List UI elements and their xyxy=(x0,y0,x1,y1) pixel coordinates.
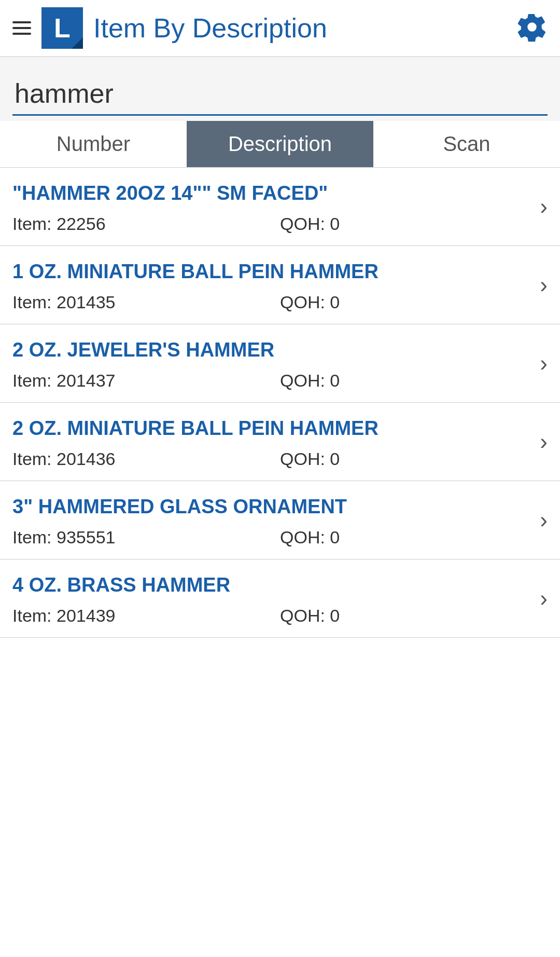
results-list: "HAMMER 20OZ 14"" SM FACED" Item: 22256 … xyxy=(0,168,560,638)
item-details: Item: 201436 QOH: 0 xyxy=(12,449,548,469)
list-item[interactable]: 3" HAMMERED GLASS ORNAMENT Item: 935551 … xyxy=(0,481,560,559)
item-number: Item: 201435 xyxy=(12,292,280,312)
chevron-right-icon: › xyxy=(540,507,548,533)
item-description: 3" HAMMERED GLASS ORNAMENT xyxy=(12,496,548,518)
item-details: Item: 201435 QOH: 0 xyxy=(12,292,548,312)
item-details: Item: 22256 QOH: 0 xyxy=(12,214,548,234)
tab-bar: Number Description Scan xyxy=(0,121,560,168)
page-title: Item By Description xyxy=(93,12,516,44)
chevron-right-icon: › xyxy=(540,272,548,298)
item-details: Item: 935551 QOH: 0 xyxy=(12,527,548,548)
item-details: Item: 201437 QOH: 0 xyxy=(12,371,548,391)
item-description: 4 OZ. BRASS HAMMER xyxy=(12,574,548,596)
item-qoh: QOH: 0 xyxy=(280,606,548,626)
item-description: 2 OZ. MINIATURE BALL PEIN HAMMER xyxy=(12,417,548,440)
chevron-right-icon: › xyxy=(540,585,548,611)
list-item[interactable]: 1 OZ. MINIATURE BALL PEIN HAMMER Item: 2… xyxy=(0,246,560,324)
chevron-right-icon: › xyxy=(540,350,548,376)
search-area xyxy=(0,57,560,121)
item-number: Item: 201437 xyxy=(12,371,280,391)
chevron-right-icon: › xyxy=(540,429,548,455)
item-description: 1 OZ. MINIATURE BALL PEIN HAMMER xyxy=(12,261,548,283)
list-item[interactable]: 2 OZ. JEWELER'S HAMMER Item: 201437 QOH:… xyxy=(0,324,560,403)
item-qoh: QOH: 0 xyxy=(280,527,548,548)
item-number: Item: 22256 xyxy=(12,214,280,234)
search-input[interactable] xyxy=(12,73,548,116)
item-qoh: QOH: 0 xyxy=(280,214,548,234)
chevron-right-icon: › xyxy=(540,194,548,220)
tab-scan[interactable]: Scan xyxy=(373,121,560,167)
list-item[interactable]: "HAMMER 20OZ 14"" SM FACED" Item: 22256 … xyxy=(0,168,560,246)
item-qoh: QOH: 0 xyxy=(280,371,548,391)
app-header: Item By Description xyxy=(0,0,560,57)
item-number: Item: 201439 xyxy=(12,606,280,626)
item-description: "HAMMER 20OZ 14"" SM FACED" xyxy=(12,182,548,204)
settings-icon[interactable] xyxy=(516,11,548,45)
list-item[interactable]: 4 OZ. BRASS HAMMER Item: 201439 QOH: 0 › xyxy=(0,559,560,638)
item-qoh: QOH: 0 xyxy=(280,292,548,312)
item-details: Item: 201439 QOH: 0 xyxy=(12,606,548,626)
app-logo xyxy=(41,7,83,49)
item-number: Item: 201436 xyxy=(12,449,280,469)
list-item[interactable]: 2 OZ. MINIATURE BALL PEIN HAMMER Item: 2… xyxy=(0,403,560,481)
item-number: Item: 935551 xyxy=(12,527,280,548)
item-description: 2 OZ. JEWELER'S HAMMER xyxy=(12,339,548,361)
item-qoh: QOH: 0 xyxy=(280,449,548,469)
hamburger-menu-icon[interactable] xyxy=(12,21,31,35)
tab-number[interactable]: Number xyxy=(0,121,187,167)
tab-description[interactable]: Description xyxy=(187,121,373,167)
